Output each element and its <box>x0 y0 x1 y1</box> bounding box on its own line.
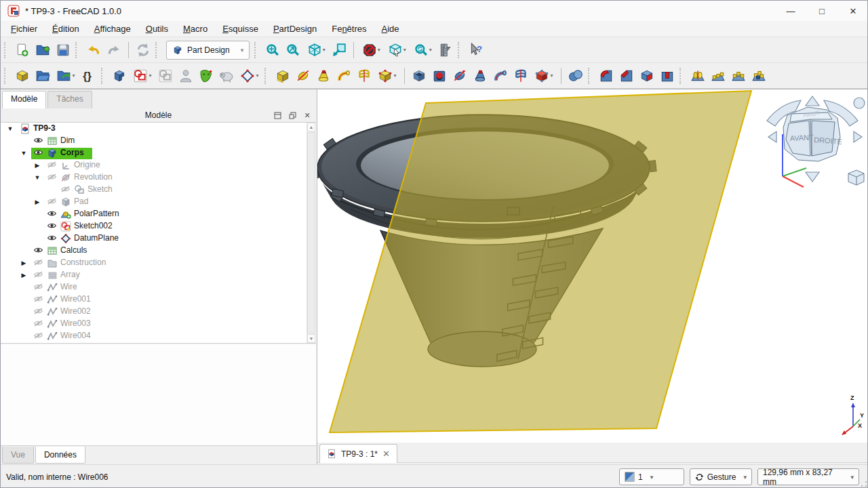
toolbar-drag-handle[interactable] <box>4 42 9 58</box>
tree-item-label[interactable]: TP9-3 <box>33 123 56 133</box>
refresh-button[interactable] <box>133 40 153 60</box>
tab-tches[interactable]: Tâches <box>47 91 92 108</box>
toolbar-drag-handle[interactable] <box>4 68 9 84</box>
maximize-button[interactable]: □ <box>806 1 837 21</box>
subtractive-primitive-button[interactable] <box>531 66 557 86</box>
nav-circle[interactable] <box>854 98 865 108</box>
tree-item-wire002[interactable]: Wire002 <box>1 306 316 318</box>
measure-button[interactable] <box>435 40 456 60</box>
visibility-eye-icon[interactable] <box>33 148 43 157</box>
tree-item-label[interactable]: DatumPlane <box>74 233 119 243</box>
toolbar-drag-handle[interactable] <box>588 68 593 84</box>
tree-item-pad[interactable]: ▶Pad <box>1 196 316 208</box>
visibility-eye-icon[interactable] <box>33 258 43 267</box>
save-button[interactable] <box>53 40 73 60</box>
tree-item-corps[interactable]: ▼Corps <box>1 147 316 159</box>
tree-item-construction[interactable]: ▶Construction <box>1 257 316 269</box>
pocket-button[interactable] <box>409 66 429 86</box>
tree-item-label[interactable]: Origine <box>74 160 100 169</box>
nav-right-arrow[interactable] <box>854 131 862 142</box>
tab-close-icon[interactable]: ✕ <box>382 449 390 459</box>
minimize-button[interactable]: — <box>775 1 806 21</box>
visibility-eye-icon[interactable] <box>47 209 57 218</box>
toolbar-drag-handle[interactable] <box>264 68 270 84</box>
visibility-eye-icon[interactable] <box>47 197 57 206</box>
hole-button[interactable] <box>429 66 450 86</box>
open-folder-button[interactable] <box>33 40 53 60</box>
axonometric-button[interactable] <box>303 40 329 60</box>
tree-item-label[interactable]: Array <box>60 270 80 279</box>
visibility-eye-icon[interactable] <box>60 184 71 194</box>
3d-viewport[interactable]: AVANT DROITE HAUT Z Y X <box>317 89 868 443</box>
visibility-eye-icon[interactable] <box>47 160 57 169</box>
polar-pattern-button[interactable] <box>728 66 749 86</box>
menu-aide[interactable]: Aide <box>374 22 407 35</box>
visibility-eye-icon[interactable] <box>33 331 43 340</box>
tree-item-label[interactable]: Wire004 <box>60 331 91 340</box>
dock-close-icon[interactable]: ✕ <box>302 110 312 120</box>
additive-loft-button[interactable] <box>313 66 334 86</box>
draft-button[interactable] <box>637 66 657 86</box>
branch-collapseed-arrow[interactable]: ▶ <box>33 162 41 169</box>
tab-vue[interactable]: Vue <box>2 447 34 464</box>
shape-binder-button[interactable] <box>216 66 237 86</box>
menu-esquisse[interactable]: Esquisse <box>215 22 266 35</box>
create-sketch-button[interactable] <box>130 66 155 86</box>
new-document-button[interactable] <box>12 40 33 60</box>
tree-item-label[interactable]: PolarPattern <box>74 209 119 218</box>
additive-primitive-button[interactable] <box>374 66 400 86</box>
tab-modle[interactable]: Modèle <box>2 91 46 108</box>
navigation-style-combo[interactable]: Gesture <box>690 468 752 485</box>
tree-item-wire004[interactable]: Wire004 <box>1 330 316 342</box>
tree-item-wire001[interactable]: Wire001 <box>1 293 316 306</box>
edit-sketch-button[interactable] <box>155 66 176 86</box>
workbench-selector[interactable]: Part Design <box>166 41 250 60</box>
datum-button[interactable] <box>237 66 262 86</box>
make-link-button[interactable] <box>53 66 79 86</box>
tree-item-tp9-3[interactable]: ▼TP9-3 <box>1 123 316 135</box>
tree-item-datumplane[interactable]: DatumPlane <box>1 232 316 245</box>
menu-fichier[interactable]: Fichier <box>3 22 45 35</box>
nav-left-arrow[interactable] <box>768 131 776 142</box>
tree-item-label[interactable]: Dim <box>60 136 75 145</box>
branch-collapseed-arrow[interactable]: ▶ <box>33 199 41 205</box>
fillet-button[interactable] <box>596 66 616 86</box>
subtractive-pipe-button[interactable] <box>490 66 511 86</box>
branch-collapseed-arrow[interactable]: ▶ <box>20 260 28 266</box>
tree-item-calculs[interactable]: Calculs <box>1 245 316 257</box>
menu-affichage[interactable]: Affichage <box>87 22 138 35</box>
tree-item-label[interactable]: Wire001 <box>60 294 91 304</box>
dock-float-icon[interactable] <box>288 110 297 120</box>
tree-item-label[interactable]: Revolution <box>74 172 113 182</box>
branch-collapseed-arrow[interactable]: ▶ <box>20 272 28 279</box>
tree-item-origine[interactable]: ▶Origine <box>1 159 316 171</box>
tree-item-polarpattern[interactable]: PolarPattern <box>1 208 316 220</box>
toolbar-drag-handle[interactable] <box>679 68 685 84</box>
branch-expanded-arrow[interactable]: ▼ <box>33 174 41 181</box>
box-selection-button[interactable] <box>384 40 410 60</box>
selection-filter-button[interactable] <box>358 40 384 60</box>
thickness-button[interactable] <box>657 66 677 86</box>
part-button[interactable] <box>12 66 33 86</box>
tree-item-label[interactable]: Sketch <box>87 184 113 194</box>
tree-item-label[interactable]: Wire003 <box>60 319 91 328</box>
visibility-eye-icon[interactable] <box>33 136 43 145</box>
chamfer-button[interactable] <box>616 66 637 86</box>
group-button[interactable] <box>33 66 53 86</box>
zoom-fit-button[interactable] <box>262 40 283 60</box>
toolbar-drag-handle[interactable] <box>458 42 463 58</box>
boolean-button[interactable] <box>566 66 586 86</box>
visibility-eye-icon[interactable] <box>47 172 57 182</box>
subtractive-loft-button[interactable] <box>470 66 490 86</box>
align-view-button[interactable] <box>329 40 349 60</box>
nav-up-arrow[interactable] <box>806 96 819 106</box>
visibility-eye-icon[interactable] <box>47 221 57 230</box>
visibility-eye-icon[interactable] <box>33 306 43 316</box>
visibility-eye-icon[interactable] <box>47 233 57 243</box>
nav-face-front-label[interactable]: AVANT <box>789 133 814 142</box>
navigation-cube[interactable]: AVANT DROITE HAUT <box>767 96 865 187</box>
close-button[interactable]: ✕ <box>837 1 868 21</box>
tree-item-label[interactable]: Pad <box>74 197 88 206</box>
menu-dition[interactable]: Édition <box>45 22 87 35</box>
zoom-selection-button[interactable] <box>283 40 303 60</box>
